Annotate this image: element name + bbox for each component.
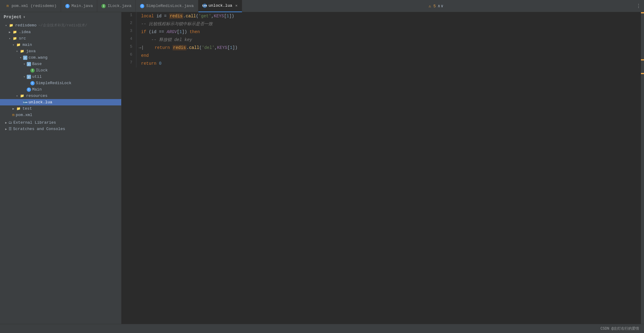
status-text: CSDN @左灯右行的爱情 bbox=[601, 326, 639, 331]
folder-icon-idea: 📁 bbox=[12, 30, 18, 34]
sidebar-item-base[interactable]: ▾ p Base bbox=[0, 61, 121, 67]
xml-icon-pom: m bbox=[12, 113, 15, 117]
more-tabs-button[interactable]: ⋮ bbox=[633, 3, 644, 9]
gutter-mark-warning-1 bbox=[641, 59, 644, 60]
package-icon-com-wang: p bbox=[23, 56, 27, 60]
line-number-7: 7 bbox=[122, 60, 136, 67]
line-number-3: 3 bbox=[122, 28, 136, 36]
code-line-2: 2 -- 比较线程标示与锁中标示是否一致 bbox=[122, 20, 644, 28]
warning-badge-area: ⚠ 5 ∧ ∨ bbox=[429, 3, 446, 9]
tab-close-button[interactable]: ✕ bbox=[235, 3, 238, 8]
tree-label-pom-xml: pom.xml bbox=[16, 113, 33, 117]
tab-pom-xml[interactable]: m pom.xml (redisdemo) bbox=[1, 0, 61, 12]
tree-arrow-scratches: ▶ bbox=[4, 127, 9, 131]
sidebar-header: Project ∨ bbox=[0, 12, 121, 22]
tree-arrow-main: ▾ bbox=[11, 43, 16, 47]
sidebar-item-src[interactable]: ▾ 📁 src bbox=[0, 35, 121, 42]
tab-ilock-java-label: ILock.java bbox=[108, 4, 131, 8]
tree-arrow-redisdemo: ▾ bbox=[4, 24, 9, 27]
next-warning-arrow[interactable]: ∨ bbox=[441, 3, 443, 9]
package-icon-base: p bbox=[27, 62, 31, 66]
interface-icon-ilock: I bbox=[30, 68, 35, 73]
tree-label-com-wang: com.wang bbox=[29, 55, 47, 60]
class-icon-main: C bbox=[27, 88, 31, 92]
scratches-icon: ☰ bbox=[9, 127, 12, 131]
tree-arrow-ext-libs: ▶ bbox=[4, 121, 9, 125]
sidebar-item-java[interactable]: ▾ 📁 java bbox=[0, 48, 121, 54]
library-icon: 🗂 bbox=[9, 120, 12, 125]
code-line-6: 6 end bbox=[122, 52, 644, 60]
main-area: Project ∨ ▾ 📁 redisdemo ~/企业技术补充/redis技术… bbox=[0, 12, 644, 324]
tree-arrow-base: ▾ bbox=[22, 62, 27, 66]
tree-arrow-test: ▶ bbox=[11, 107, 16, 111]
folder-icon-test: 📁 bbox=[16, 107, 21, 111]
sidebar-item-scratches-consoles[interactable]: ▶ ☰ Scratches and Consoles bbox=[0, 126, 121, 132]
sidebar-item-ilock[interactable]: I ILock bbox=[0, 67, 121, 74]
tree-label-java: java bbox=[26, 49, 36, 53]
class-icon-simple-redis: C bbox=[30, 81, 35, 85]
tree-subtitle-redisdemo: ~/企业技术补充/redis技术/ bbox=[38, 23, 87, 28]
sidebar-item-redisdemo[interactable]: ▾ 📁 redisdemo ~/企业技术补充/redis技术/ bbox=[0, 22, 121, 29]
sidebar-item-idea[interactable]: ▶ 📁 .idea bbox=[0, 29, 121, 35]
tree-arrow-src: ▾ bbox=[7, 37, 12, 40]
line-content-1: local id = redis.call('get',KEYS[1]) bbox=[136, 12, 644, 20]
tree-label-main-java: Main bbox=[32, 87, 42, 92]
code-line-3: 3 if (id == ARGV[1]) then bbox=[122, 28, 644, 36]
tree-label-simple-redis-lock: SimpleRedisLock bbox=[36, 81, 71, 85]
tree-arrow-java: ▾ bbox=[15, 50, 19, 53]
tab-main-java-label: Main.java bbox=[71, 4, 93, 8]
sidebar-item-simple-redis-lock[interactable]: C SimpleRedisLock bbox=[0, 80, 121, 86]
tab-unlock-lua-label: unlock.lua bbox=[209, 3, 232, 8]
tree-arrow-resources: ▾ bbox=[15, 94, 19, 98]
line-content-5: →| return redis.call('del',KEYS[1]) bbox=[136, 44, 644, 52]
tree-label-scratches-consoles: Scratches and Consoles bbox=[13, 127, 65, 131]
tree-label-resources: resources bbox=[26, 94, 47, 98]
warning-nav-arrows: ∧ ∨ bbox=[438, 3, 444, 9]
sidebar-chevron-icon: ∨ bbox=[23, 15, 25, 19]
folder-icon-java: 📁 bbox=[19, 49, 25, 53]
folder-icon-main: 📁 bbox=[16, 43, 21, 47]
sidebar-item-resources[interactable]: ▾ 📁 resources bbox=[0, 93, 121, 99]
code-line-1: 1 local id = redis.call('get',KEYS[1]) bbox=[122, 12, 644, 20]
tab-unlock-lua[interactable]: Lua unlock.lua ✕ bbox=[198, 0, 242, 12]
sidebar-item-main[interactable]: ▾ 📁 main bbox=[0, 42, 121, 48]
tree-arrow-com-wang: ▾ bbox=[18, 56, 23, 60]
line-content-3: if (id == ARGV[1]) then bbox=[136, 28, 644, 36]
tree-label-main: main bbox=[22, 43, 32, 47]
tree-label-idea: .idea bbox=[19, 30, 31, 34]
code-line-5: 5 →| return redis.call('del',KEYS[1]) bbox=[122, 44, 644, 52]
xml-tab-icon: m bbox=[5, 4, 10, 8]
tree-label-redisdemo: redisdemo bbox=[15, 23, 36, 28]
line-number-2: 2 bbox=[122, 20, 136, 28]
prev-warning-arrow[interactable]: ∧ bbox=[438, 3, 440, 9]
sidebar-item-util[interactable]: ▾ p util bbox=[0, 74, 121, 80]
lua-tab-icon: Lua bbox=[203, 4, 207, 8]
tree-label-test: test bbox=[22, 106, 32, 111]
gutter-mark-warning-2 bbox=[641, 73, 644, 74]
sidebar-item-com-wang[interactable]: ▾ p com.wang bbox=[0, 54, 121, 61]
line-content-4: -- 释放锁 del key bbox=[136, 36, 644, 44]
sidebar-item-pom-xml[interactable]: m pom.xml bbox=[0, 112, 121, 118]
sidebar-item-main-java[interactable]: C Main bbox=[0, 86, 121, 93]
sidebar-title: Project bbox=[4, 15, 22, 19]
editor-content[interactable]: 1 local id = redis.call('get',KEYS[1]) 2… bbox=[122, 12, 644, 324]
editor-area: 1 local id = redis.call('get',KEYS[1]) 2… bbox=[122, 12, 644, 324]
gutter-mark-top bbox=[641, 12, 644, 13]
folder-icon-redisdemo: 📁 bbox=[9, 23, 14, 28]
tab-main-java[interactable]: C Main.java bbox=[61, 0, 97, 12]
tree-arrow-idea: ▶ bbox=[7, 30, 12, 34]
line-number-1: 1 bbox=[122, 12, 136, 20]
sidebar-item-test[interactable]: ▶ 📁 test bbox=[0, 105, 121, 112]
package-icon-util: p bbox=[27, 75, 31, 79]
code-line-4: 4 -- 释放锁 del key bbox=[122, 36, 644, 44]
sidebar-item-unlock-lua[interactable]: Lua unlock.lua bbox=[0, 99, 121, 105]
code-line-7: 7 return 0 bbox=[122, 60, 644, 67]
tab-pom-xml-label: pom.xml (redisdemo) bbox=[12, 4, 57, 8]
tab-ilock-java[interactable]: I ILock.java bbox=[97, 0, 136, 12]
tab-simple-redis-lock-label: SimpleRedisLock.java bbox=[146, 4, 194, 8]
tab-simple-redis-lock[interactable]: C SimpleRedisLock.java bbox=[136, 0, 198, 12]
line-number-6: 6 bbox=[122, 52, 136, 60]
folder-icon-resources: 📁 bbox=[19, 94, 25, 98]
right-gutter bbox=[641, 12, 644, 324]
sidebar-item-external-libraries[interactable]: ▶ 🗂 External Libraries bbox=[0, 119, 121, 126]
